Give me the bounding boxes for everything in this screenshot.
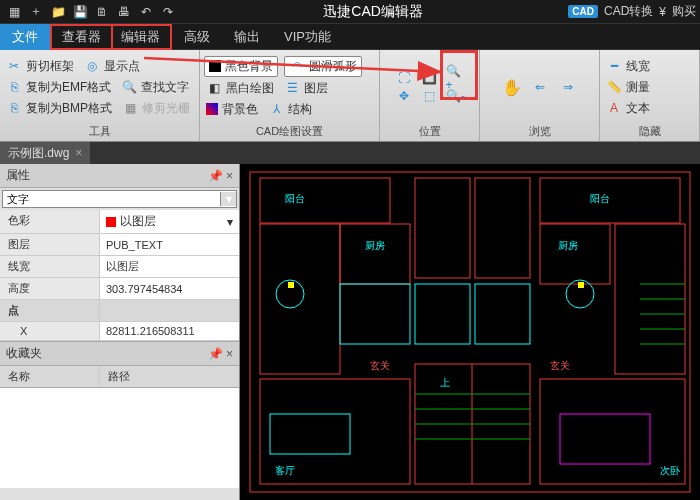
- close-icon[interactable]: ×: [226, 169, 233, 183]
- col-path[interactable]: 路径: [100, 366, 138, 387]
- copy-icon: ⎘: [6, 79, 22, 95]
- favorites-body[interactable]: [0, 388, 239, 488]
- new-icon[interactable]: ＋: [26, 2, 46, 22]
- currency-icon: ¥: [659, 5, 666, 19]
- main-area: 属性 📌 × ▾ 色彩 以图层▾ 图层 PUB_TEXT 线宽 以图层 高度 3…: [0, 164, 700, 500]
- favorites-header: 收藏夹 📌 ×: [0, 342, 239, 366]
- svg-rect-9: [475, 178, 530, 278]
- pin-icon[interactable]: 📌: [208, 169, 223, 183]
- tab-output[interactable]: 输出: [222, 24, 272, 50]
- cad-convert-link[interactable]: CAD转换: [604, 3, 653, 20]
- square-icon: [209, 60, 221, 72]
- fit-icon[interactable]: ⛶: [394, 70, 414, 86]
- black-white-button[interactable]: ◧黑白绘图: [204, 79, 276, 98]
- document-tab-label: 示例图.dwg: [8, 145, 69, 162]
- properties-title: 属性: [6, 167, 30, 184]
- text-button[interactable]: A文本: [604, 99, 695, 118]
- group-label-tools: 工具: [4, 122, 195, 139]
- clip-frame-button[interactable]: ✂剪切框架: [4, 57, 76, 76]
- save-icon[interactable]: 💾: [70, 2, 90, 22]
- ribbon-group-position: ⛶ 🔲 🔍+ ✥ ⬚ 🔍- 位置: [380, 50, 480, 141]
- object-type-dropdown[interactable]: ▾: [2, 190, 237, 208]
- properties-header: 属性 📌 ×: [0, 164, 239, 188]
- prop-row: 图层 PUB_TEXT: [0, 234, 239, 256]
- ruler-icon: 📏: [606, 79, 622, 95]
- tab-file[interactable]: 文件: [0, 24, 50, 50]
- room-label: 厨房: [365, 239, 385, 253]
- prop-val-height[interactable]: 303.797454834: [100, 278, 239, 299]
- app-title: 迅捷CAD编辑器: [178, 3, 568, 21]
- find-text-button[interactable]: 🔍查找文字: [119, 78, 191, 97]
- show-point-button[interactable]: ◎显示点: [82, 57, 142, 76]
- pin-icon[interactable]: 📌: [208, 347, 223, 361]
- prop-val-lw[interactable]: 以图层: [100, 256, 239, 277]
- menubar: 文件 查看器 编辑器 高级 输出 VIP功能: [0, 24, 700, 50]
- prop-val-color[interactable]: 以图层▾: [100, 210, 239, 233]
- linewidth-button[interactable]: ━线宽: [604, 57, 695, 76]
- col-name[interactable]: 名称: [0, 366, 100, 387]
- buy-link[interactable]: 购买: [672, 3, 696, 20]
- nav-left-icon[interactable]: ⇐: [529, 79, 551, 95]
- prop-val-layer[interactable]: PUB_TEXT: [100, 234, 239, 255]
- copy-icon: ⎘: [6, 100, 22, 116]
- app-icon: ▦: [4, 2, 24, 22]
- copy-bmp-button[interactable]: ⎘复制为BMP格式: [4, 99, 114, 118]
- tab-vip[interactable]: VIP功能: [272, 24, 343, 50]
- svg-rect-10: [415, 284, 470, 344]
- layers-icon: ☰: [284, 80, 300, 96]
- tab-advanced[interactable]: 高级: [172, 24, 222, 50]
- pan-icon[interactable]: ✥: [394, 88, 414, 104]
- close-icon[interactable]: ×: [226, 347, 233, 361]
- group-label-hidden: 隐藏: [604, 122, 695, 139]
- copy-emf-button[interactable]: ⎘复制为EMF格式: [4, 78, 113, 97]
- floorplan-drawing: [240, 164, 700, 500]
- nav-right-icon[interactable]: ⇒: [557, 79, 579, 95]
- titlebar: ▦ ＋ 📁 💾 🗎 🖶 ↶ ↷ 迅捷CAD编辑器 CAD CAD转换 ¥ 购买: [0, 0, 700, 24]
- tab-editor[interactable]: 编辑器: [111, 24, 172, 50]
- measure-button[interactable]: 📏测量: [604, 78, 695, 97]
- close-icon[interactable]: ×: [75, 146, 82, 160]
- drawing-canvas[interactable]: 阳台 阳台 厨房 厨房 玄关 玄关 客厅 次卧 上: [240, 164, 700, 500]
- left-panel: 属性 📌 × ▾ 色彩 以图层▾ 图层 PUB_TEXT 线宽 以图层 高度 3…: [0, 164, 240, 500]
- smooth-arc-button[interactable]: ◠圆滑弧形: [284, 56, 362, 77]
- prop-row: 色彩 以图层▾: [0, 210, 239, 234]
- undo-icon[interactable]: ↶: [136, 2, 156, 22]
- black-bg-button[interactable]: 黑色背景: [204, 56, 278, 77]
- zoom-extents-icon[interactable]: ⬚: [420, 88, 440, 104]
- document-tab[interactable]: 示例图.dwg ×: [0, 142, 90, 165]
- print-icon[interactable]: 🖶: [114, 2, 134, 22]
- document-tabbar: 示例图.dwg ×: [0, 142, 700, 164]
- group-label-cad: CAD绘图设置: [204, 122, 375, 139]
- open-icon[interactable]: 📁: [48, 2, 68, 22]
- ribbon-group-tools: ✂剪切框架 ◎显示点 ⎘复制为EMF格式 🔍查找文字 ⎘复制为BMP格式 ▦修剪…: [0, 50, 200, 141]
- arc-icon: ◠: [289, 58, 305, 74]
- grid-icon: ▦: [122, 100, 138, 116]
- saveas-icon[interactable]: 🗎: [92, 2, 112, 22]
- svg-rect-5: [260, 224, 340, 374]
- text-icon: A: [606, 100, 622, 116]
- color-swatch: [106, 217, 116, 227]
- zoom-in-icon[interactable]: 🔍+: [446, 70, 466, 86]
- object-type-input[interactable]: [3, 191, 220, 207]
- svg-rect-11: [475, 284, 530, 344]
- room-label: 客厅: [275, 464, 295, 478]
- zoom-window-icon[interactable]: 🔲: [420, 70, 440, 86]
- prop-val-x[interactable]: 82811.216508311: [100, 322, 239, 340]
- room-label: 次卧: [660, 464, 680, 478]
- chevron-down-icon[interactable]: ▾: [220, 192, 236, 206]
- svg-rect-18: [540, 178, 680, 223]
- zoom-out-icon[interactable]: 🔍-: [446, 88, 466, 104]
- bg-color-button[interactable]: 背景色: [204, 100, 260, 119]
- repair-block-button[interactable]: ▦修剪光栅: [120, 99, 192, 118]
- ribbon-group-hidden: ━线宽 📏测量 A文本 隐藏: [600, 50, 700, 141]
- room-label: 玄关: [550, 359, 570, 373]
- tab-viewer[interactable]: 查看器: [50, 24, 113, 50]
- line-icon: ━: [606, 58, 622, 74]
- prop-section: 点: [0, 300, 239, 322]
- structure-button[interactable]: ⅄结构: [266, 100, 314, 119]
- bw-icon: ◧: [206, 80, 222, 96]
- hand-icon[interactable]: ✋: [501, 79, 523, 95]
- prop-row: 高度 303.797454834: [0, 278, 239, 300]
- layers-button[interactable]: ☰图层: [282, 79, 330, 98]
- redo-icon[interactable]: ↷: [158, 2, 178, 22]
